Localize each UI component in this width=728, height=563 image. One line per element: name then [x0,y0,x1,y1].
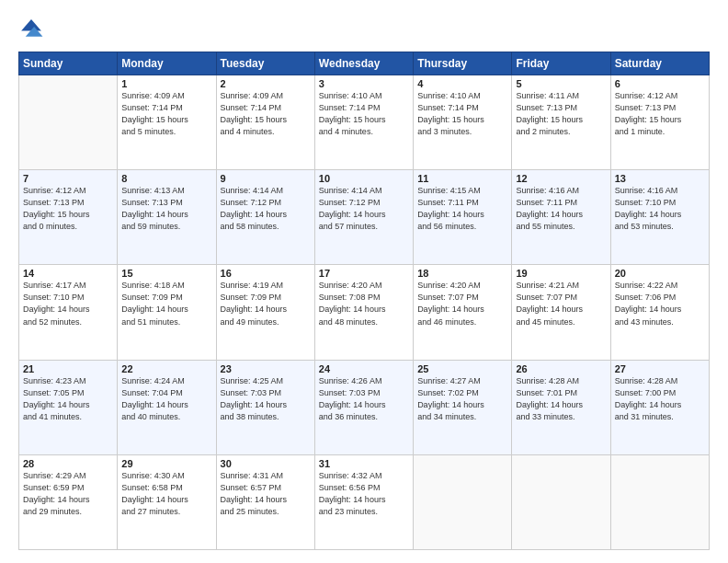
day-number: 7 [23,173,113,184]
day-info: Sunrise: 4:23 AMSunset: 7:05 PMDaylight:… [23,375,113,423]
day-number: 28 [23,458,113,469]
calendar-cell: 29Sunrise: 4:30 AMSunset: 6:58 PMDayligh… [118,454,216,549]
calendar-cell: 2Sunrise: 4:09 AMSunset: 7:14 PMDaylight… [216,75,314,170]
day-number: 31 [319,458,409,469]
calendar-cell [512,454,610,549]
day-number: 23 [221,363,311,374]
day-info: Sunrise: 4:18 AMSunset: 7:09 PMDaylight:… [121,280,211,327]
day-info: Sunrise: 4:12 AMSunset: 7:13 PMDaylight:… [615,90,705,138]
day-number: 8 [121,173,211,184]
day-info: Sunrise: 4:22 AMSunset: 7:06 PMDaylight:… [615,280,705,327]
day-info: Sunrise: 4:29 AMSunset: 6:59 PMDaylight:… [23,470,113,518]
day-info: Sunrise: 4:17 AMSunset: 7:10 PMDaylight:… [23,280,113,327]
day-info: Sunrise: 4:26 AMSunset: 7:03 PMDaylight:… [319,375,409,423]
day-number: 27 [615,363,705,374]
calendar-cell: 1Sunrise: 4:09 AMSunset: 7:14 PMDaylight… [118,75,216,170]
calendar-cell: 25Sunrise: 4:27 AMSunset: 7:02 PMDayligh… [414,360,512,454]
calendar-week-row: 14Sunrise: 4:17 AMSunset: 7:10 PMDayligh… [19,265,710,360]
calendar-dow-wednesday: Wednesday [314,52,413,75]
calendar-cell: 10Sunrise: 4:14 AMSunset: 7:12 PMDayligh… [314,170,413,265]
calendar-dow-tuesday: Tuesday [216,52,314,75]
day-number: 16 [221,268,311,279]
calendar-cell: 21Sunrise: 4:23 AMSunset: 7:05 PMDayligh… [19,360,118,454]
logo-icon [18,17,44,42]
calendar-cell [610,454,709,549]
day-info: Sunrise: 4:28 AMSunset: 7:00 PMDaylight:… [615,375,705,423]
calendar-cell: 4Sunrise: 4:10 AMSunset: 7:14 PMDaylight… [414,75,512,170]
day-info: Sunrise: 4:25 AMSunset: 7:03 PMDaylight:… [221,375,311,423]
day-number: 4 [417,78,507,89]
day-info: Sunrise: 4:12 AMSunset: 7:13 PMDaylight:… [23,185,113,233]
day-info: Sunrise: 4:10 AMSunset: 7:14 PMDaylight:… [417,90,507,138]
calendar-cell: 31Sunrise: 4:32 AMSunset: 6:56 PMDayligh… [314,454,413,549]
calendar-cell: 9Sunrise: 4:14 AMSunset: 7:12 PMDaylight… [216,170,314,265]
day-number: 15 [121,268,211,279]
day-info: Sunrise: 4:31 AMSunset: 6:57 PMDaylight:… [221,470,311,518]
day-info: Sunrise: 4:32 AMSunset: 6:56 PMDaylight:… [319,470,409,518]
page: SundayMondayTuesdayWednesdayThursdayFrid… [0,0,728,563]
day-number: 22 [121,363,211,374]
calendar-dow-monday: Monday [118,52,216,75]
calendar-week-row: 1Sunrise: 4:09 AMSunset: 7:14 PMDaylight… [19,75,710,170]
day-number: 9 [221,173,311,184]
day-number: 11 [417,173,507,184]
calendar-dow-saturday: Saturday [610,52,709,75]
calendar-cell [414,454,512,549]
day-info: Sunrise: 4:16 AMSunset: 7:10 PMDaylight:… [615,185,705,233]
day-info: Sunrise: 4:20 AMSunset: 7:08 PMDaylight:… [319,280,409,327]
svg-marker-0 [21,19,41,30]
calendar-cell: 13Sunrise: 4:16 AMSunset: 7:10 PMDayligh… [610,170,709,265]
day-number: 13 [615,173,705,184]
day-info: Sunrise: 4:10 AMSunset: 7:14 PMDaylight:… [319,90,409,138]
day-number: 3 [319,78,409,89]
day-number: 20 [615,268,705,279]
day-info: Sunrise: 4:15 AMSunset: 7:11 PMDaylight:… [417,185,507,233]
day-number: 10 [319,173,409,184]
calendar-cell: 30Sunrise: 4:31 AMSunset: 6:57 PMDayligh… [216,454,314,549]
day-info: Sunrise: 4:21 AMSunset: 7:07 PMDaylight:… [516,280,606,327]
day-number: 24 [319,363,409,374]
calendar-table: SundayMondayTuesdayWednesdayThursdayFrid… [18,52,710,550]
day-info: Sunrise: 4:13 AMSunset: 7:13 PMDaylight:… [121,185,211,233]
calendar-cell: 16Sunrise: 4:19 AMSunset: 7:09 PMDayligh… [216,265,314,360]
header [18,17,710,42]
calendar-cell: 24Sunrise: 4:26 AMSunset: 7:03 PMDayligh… [314,360,413,454]
calendar-cell: 8Sunrise: 4:13 AMSunset: 7:13 PMDaylight… [118,170,216,265]
calendar-dow-thursday: Thursday [414,52,512,75]
calendar-cell: 22Sunrise: 4:24 AMSunset: 7:04 PMDayligh… [118,360,216,454]
logo [18,17,48,42]
day-number: 25 [417,363,507,374]
calendar-cell: 28Sunrise: 4:29 AMSunset: 6:59 PMDayligh… [19,454,118,549]
calendar-cell: 12Sunrise: 4:16 AMSunset: 7:11 PMDayligh… [512,170,610,265]
day-number: 12 [516,173,606,184]
calendar-cell: 17Sunrise: 4:20 AMSunset: 7:08 PMDayligh… [314,265,413,360]
day-number: 29 [121,458,211,469]
calendar-week-row: 28Sunrise: 4:29 AMSunset: 6:59 PMDayligh… [19,454,710,549]
calendar-week-row: 21Sunrise: 4:23 AMSunset: 7:05 PMDayligh… [19,360,710,454]
calendar-cell: 11Sunrise: 4:15 AMSunset: 7:11 PMDayligh… [414,170,512,265]
day-info: Sunrise: 4:24 AMSunset: 7:04 PMDaylight:… [121,375,211,423]
calendar-cell: 14Sunrise: 4:17 AMSunset: 7:10 PMDayligh… [19,265,118,360]
calendar-cell: 7Sunrise: 4:12 AMSunset: 7:13 PMDaylight… [19,170,118,265]
calendar-cell: 23Sunrise: 4:25 AMSunset: 7:03 PMDayligh… [216,360,314,454]
day-info: Sunrise: 4:14 AMSunset: 7:12 PMDaylight:… [319,185,409,233]
calendar-cell: 3Sunrise: 4:10 AMSunset: 7:14 PMDaylight… [314,75,413,170]
calendar-cell: 26Sunrise: 4:28 AMSunset: 7:01 PMDayligh… [512,360,610,454]
day-number: 2 [221,78,311,89]
calendar-cell: 18Sunrise: 4:20 AMSunset: 7:07 PMDayligh… [414,265,512,360]
calendar-dow-sunday: Sunday [19,52,118,75]
calendar-cell: 19Sunrise: 4:21 AMSunset: 7:07 PMDayligh… [512,265,610,360]
day-number: 21 [23,363,113,374]
calendar-cell [19,75,118,170]
day-info: Sunrise: 4:20 AMSunset: 7:07 PMDaylight:… [417,280,507,327]
day-info: Sunrise: 4:09 AMSunset: 7:14 PMDaylight:… [221,90,311,138]
day-info: Sunrise: 4:30 AMSunset: 6:58 PMDaylight:… [121,470,211,518]
calendar-cell: 15Sunrise: 4:18 AMSunset: 7:09 PMDayligh… [118,265,216,360]
day-number: 18 [417,268,507,279]
calendar-cell: 27Sunrise: 4:28 AMSunset: 7:00 PMDayligh… [610,360,709,454]
day-number: 1 [121,78,211,89]
day-number: 19 [516,268,606,279]
day-number: 5 [516,78,606,89]
day-info: Sunrise: 4:19 AMSunset: 7:09 PMDaylight:… [221,280,311,327]
calendar-header-row: SundayMondayTuesdayWednesdayThursdayFrid… [19,52,710,75]
